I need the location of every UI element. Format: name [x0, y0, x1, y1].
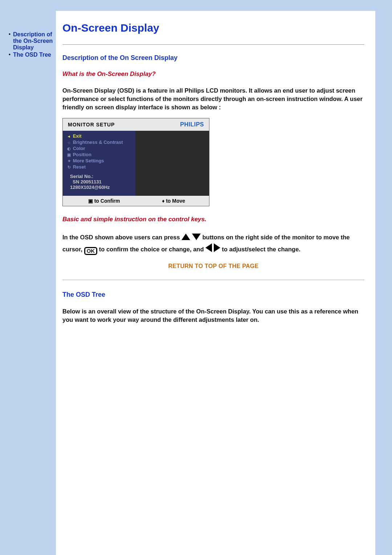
osd-serial-value: SN 20051131	[70, 179, 135, 185]
sun-icon: ☼	[66, 140, 72, 145]
sidebar-link-osd-tree[interactable]: The OSD Tree	[13, 52, 51, 58]
instr-text-3: to confirm the choice or change, and	[99, 246, 205, 252]
settings-icon: ✦	[66, 159, 72, 163]
section1-intro: On-Screen Display (OSD) is a feature in …	[62, 86, 364, 112]
osd-serial-label: Serial No.:	[70, 174, 135, 179]
palette-icon: ◐	[66, 146, 72, 151]
updown-icon: ♦	[162, 198, 164, 204]
sidebar-link-description[interactable]: Description of the On-Screen Display	[13, 31, 53, 50]
divider-section	[62, 280, 364, 280]
reset-icon: ↻	[66, 165, 72, 170]
osd-title: MONITOR SETUP	[68, 122, 115, 127]
osd-menu-reset: ↻ Reset	[66, 164, 135, 170]
ok-button-icon: OK	[84, 247, 98, 255]
page-root: Description of the On-Screen Display The…	[0, 0, 392, 555]
osd-preview-pane	[135, 131, 209, 196]
back-icon: ◂	[66, 134, 72, 139]
arrow-right-icon	[214, 243, 220, 252]
page-title: On-Screen Display	[62, 22, 364, 34]
arrow-left-icon	[205, 243, 212, 252]
arrow-down-icon	[192, 234, 201, 240]
osd-header: MONITOR SETUP PHILIPS	[63, 118, 209, 131]
content-panel: On-Screen Display Description of the On …	[56, 11, 375, 555]
section1-heading: Description of the On Screen Display	[62, 54, 364, 62]
osd-menu-exit: ◂ Exit	[66, 133, 135, 139]
osd-body: ◂ Exit ☼ Brightness & Contrast ◐ Color ▣…	[63, 131, 209, 196]
instruction-paragraph: In the OSD shown above users can press b…	[62, 232, 364, 255]
arrow-up-icon	[181, 234, 190, 240]
basic-instruction-heading: Basic and simple instruction on the cont…	[62, 216, 364, 223]
position-icon: ▣	[66, 153, 72, 157]
sidebar-item-osd-tree[interactable]: The OSD Tree	[9, 52, 56, 58]
section2-heading: The OSD Tree	[62, 291, 364, 299]
section1-question: What is the On-Screen Display?	[62, 70, 364, 78]
osd-foot-move: ♦ to Move	[160, 198, 185, 204]
osd-menu-more: ✦ More Settings	[66, 158, 135, 164]
sidebar-item-description[interactable]: Description of the On-Screen Display	[9, 31, 56, 51]
osd-brand-logo: PHILIPS	[180, 121, 204, 128]
return-to-top[interactable]: RETURN TO TOP OF THE PAGE	[62, 263, 364, 270]
osd-info-block: Serial No.: SN 20051131 1280X1024@60Hz	[66, 170, 135, 191]
instr-text-1: In the OSD shown above users can press	[62, 234, 181, 240]
osd-foot-confirm: ▣ to Confirm	[87, 198, 120, 204]
osd-menu: ◂ Exit ☼ Brightness & Contrast ◐ Color ▣…	[63, 131, 135, 196]
instr-text-4: to adjust/select the change.	[222, 246, 300, 252]
return-to-top-link[interactable]: RETURN TO TOP OF THE PAGE	[168, 263, 258, 269]
ok-icon: ▣	[88, 198, 93, 204]
osd-footer: ▣ to Confirm ♦ to Move	[63, 196, 209, 206]
osd-screenshot: MONITOR SETUP PHILIPS ◂ Exit ☼ Brightnes…	[62, 118, 209, 206]
osd-menu-color: ◐ Color	[66, 145, 135, 151]
sidebar-nav: Description of the On-Screen Display The…	[9, 11, 56, 555]
section2-body: Below is an overall view of the structur…	[62, 307, 364, 324]
osd-menu-brightness: ☼ Brightness & Contrast	[66, 139, 135, 145]
osd-resolution: 1280X1024@60Hz	[70, 185, 135, 190]
divider-top	[62, 44, 364, 45]
osd-menu-position: ▣ Position	[66, 151, 135, 158]
